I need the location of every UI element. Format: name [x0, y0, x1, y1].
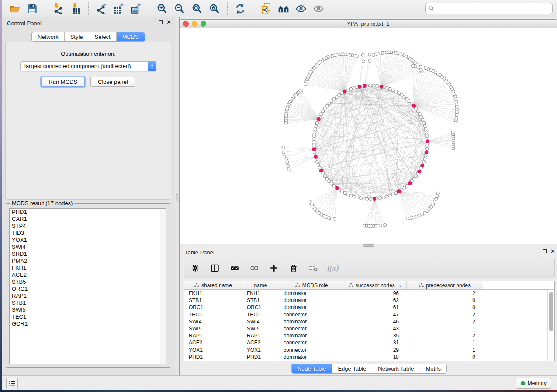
add-column-icon[interactable]: [268, 262, 280, 274]
tab-network-table[interactable]: Network Table: [372, 364, 420, 373]
save-session-icon[interactable]: [26, 2, 39, 15]
column-header-successor-nodes[interactable]: successor nodes⌄: [344, 281, 407, 290]
close-window-icon[interactable]: [183, 21, 189, 27]
column-header-shared-name[interactable]: shared name: [184, 281, 242, 290]
table-row[interactable]: STB1STB1dominator620: [184, 297, 554, 304]
table-row[interactable]: SWI5SWI5connector431: [184, 325, 554, 332]
table-toolbar: f(x): [184, 258, 555, 278]
mcds-result-item[interactable]: CAR1: [10, 216, 166, 223]
optimization-criterion-select[interactable]: largest connected component (undirected)…: [20, 61, 156, 71]
network-from-file-icon[interactable]: [259, 2, 273, 15]
table-cell: 96: [344, 290, 407, 297]
maximize-window-icon[interactable]: [201, 21, 206, 27]
table-row[interactable]: RAP1RAP1dominator352: [184, 332, 554, 339]
table-row[interactable]: PHD1PHD1dominator180: [184, 354, 554, 361]
splitter-grip[interactable]: [176, 194, 178, 201]
zoom-selected-icon[interactable]: [208, 2, 221, 15]
table-row[interactable]: ACE2ACE2connector311: [184, 339, 554, 346]
mcds-panel: Optimization criterion: largest connecte…: [5, 42, 171, 200]
tab-edge-table[interactable]: Edge Table: [332, 364, 372, 373]
network-window-titlebar[interactable]: YPA_prune.txt_1: [180, 20, 557, 28]
table-row[interactable]: TEC1TEC1connector472: [184, 311, 554, 318]
show-all-icon[interactable]: [312, 2, 325, 15]
zoom-out-icon[interactable]: [173, 2, 186, 15]
mcds-result-item[interactable]: STP4: [10, 223, 166, 230]
mcds-result-item[interactable]: TEC1: [10, 313, 166, 320]
table-cell: 61: [344, 304, 407, 311]
mcds-result-item[interactable]: ORC1: [10, 285, 166, 292]
control-panel-tabs: NetworkStyleSelectMCDS: [31, 32, 145, 42]
search-input[interactable]: [425, 3, 553, 14]
mcds-result-item[interactable]: SWI4: [10, 244, 166, 251]
mcds-result-item[interactable]: PMA2: [10, 258, 166, 265]
mcds-result-item[interactable]: ACE2: [10, 272, 166, 279]
table-cell: ORC1: [242, 304, 279, 311]
node-table[interactable]: shared namenameMCDS rolesuccessor nodes⌄…: [184, 281, 555, 361]
table-row[interactable]: YOX1YOX1connector291: [184, 347, 554, 354]
tab-style[interactable]: Style: [65, 32, 89, 41]
mcds-result-item[interactable]: GCR1: [10, 320, 166, 327]
table-cell: SWI4: [184, 318, 242, 325]
table-row[interactable]: FKH1FKH1dominator962: [184, 290, 554, 297]
table-row[interactable]: ORC1ORC1dominator610: [184, 304, 554, 311]
mcds-result-item[interactable]: YOX1: [10, 237, 166, 244]
mcds-result-list[interactable]: PHD1CAR1STP4TID3YOX1SWI4SRD1PMA2FKH1ACE2…: [9, 208, 166, 364]
tab-mcds[interactable]: MCDS: [117, 32, 145, 41]
first-neighbors-icon[interactable]: [277, 2, 290, 15]
refresh-view-icon[interactable]: [234, 2, 247, 15]
column-header-name[interactable]: name: [242, 281, 279, 290]
minimize-window-icon[interactable]: [192, 21, 197, 27]
tab-network[interactable]: Network: [32, 32, 65, 41]
table-cell: FKH1: [184, 290, 242, 297]
zoom-in-icon[interactable]: [156, 2, 169, 15]
deselect-all-rows-icon[interactable]: [249, 262, 260, 274]
import-network-icon[interactable]: [52, 2, 65, 15]
export-image-icon[interactable]: [130, 2, 143, 15]
delete-column-icon[interactable]: [288, 262, 299, 274]
table-scrollbar-thumb[interactable]: [549, 292, 553, 331]
network-canvas[interactable]: [180, 28, 557, 244]
open-session-icon[interactable]: [8, 2, 21, 15]
mcds-result-item[interactable]: FKH1: [10, 265, 166, 272]
table-scrollbar[interactable]: [547, 290, 554, 361]
zoom-fit-icon[interactable]: [190, 2, 204, 15]
show-column-panel-icon[interactable]: [209, 262, 221, 274]
table-cell: RAP1: [184, 332, 242, 339]
close-panel-button[interactable]: Close panel: [90, 77, 135, 87]
mcds-result-item[interactable]: TID3: [10, 230, 166, 237]
column-header-predecessor-nodes[interactable]: predecessor nodes: [407, 281, 483, 290]
delete-table-icon[interactable]: [308, 262, 319, 274]
close-panel-icon[interactable]: ✕: [550, 249, 555, 253]
toolbar-separator: [149, 2, 149, 15]
mcds-result-item[interactable]: SRD1: [10, 251, 166, 258]
vertical-splitter[interactable]: [175, 17, 180, 375]
function-builder-icon[interactable]: f(x): [327, 263, 339, 273]
export-network-icon[interactable]: [95, 2, 108, 15]
table-row[interactable]: SWI4SWI4dominator462: [184, 318, 554, 325]
close-panel-icon[interactable]: ✕: [166, 20, 171, 24]
hide-selected-icon[interactable]: [294, 2, 308, 15]
tab-node-table[interactable]: Node Table: [292, 364, 332, 373]
mcds-result-item[interactable]: STB1: [10, 299, 166, 306]
tab-motifs[interactable]: Motifs: [420, 364, 446, 373]
float-panel-icon[interactable]: [159, 20, 163, 24]
export-table-icon[interactable]: [112, 2, 125, 15]
mcds-result-item[interactable]: STB5: [10, 279, 166, 285]
mcds-list-scrollbar[interactable]: [160, 209, 166, 364]
column-header-MCDS-role[interactable]: MCDS role: [279, 281, 344, 290]
float-panel-icon[interactable]: [543, 249, 547, 253]
mcds-result-item[interactable]: RAP1: [10, 292, 166, 299]
tab-select[interactable]: Select: [89, 32, 117, 41]
run-mcds-button[interactable]: Run MCDS: [41, 77, 85, 87]
control-panel-title: Control Panel: [7, 20, 42, 27]
mcds-result-item[interactable]: PHD1: [10, 209, 166, 216]
status-list-icon[interactable]: [6, 378, 18, 389]
table-cell: 43: [344, 325, 407, 332]
table-cell: SWI5: [184, 325, 242, 332]
column-settings-icon[interactable]: [190, 262, 201, 274]
status-bar: Memory: [2, 375, 557, 390]
select-all-rows-icon[interactable]: [229, 262, 240, 274]
import-table-icon[interactable]: [69, 2, 82, 15]
mcds-result-item[interactable]: SWI5: [10, 306, 166, 313]
memory-button[interactable]: Memory: [516, 378, 551, 389]
